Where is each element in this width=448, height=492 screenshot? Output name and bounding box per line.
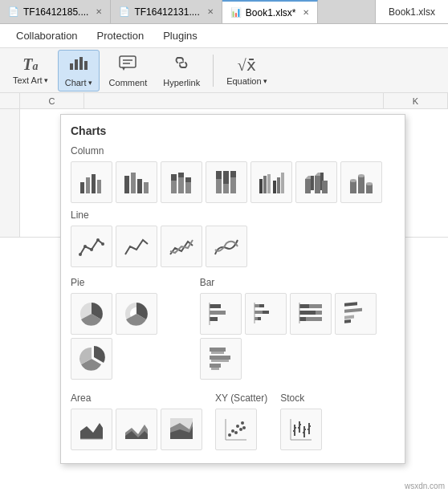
svg-rect-70 bbox=[299, 311, 316, 315]
svg-point-47 bbox=[366, 182, 373, 185]
chart-col6[interactable] bbox=[295, 161, 337, 203]
svg-rect-63 bbox=[255, 311, 263, 314]
chart-line4[interactable] bbox=[206, 226, 247, 267]
textart-button[interactable]: Ta Text Art ▾ bbox=[6, 52, 55, 88]
chart-area3[interactable] bbox=[161, 409, 202, 450]
chart-pie2[interactable] bbox=[116, 293, 157, 335]
equation-icon: √x̄ bbox=[238, 55, 256, 75]
tab-tf2-close[interactable]: ✕ bbox=[207, 7, 214, 16]
chart-pie3[interactable] bbox=[71, 338, 112, 380]
bar-section-label: Bar bbox=[200, 277, 395, 288]
svg-point-94 bbox=[231, 429, 234, 433]
svg-rect-42 bbox=[350, 181, 356, 193]
svg-rect-18 bbox=[171, 174, 177, 181]
chart-line3[interactable] bbox=[161, 226, 202, 267]
chart-line1[interactable] bbox=[71, 226, 112, 267]
chart-area2[interactable] bbox=[116, 409, 157, 450]
tab-book1-label: Book1.xlsx* bbox=[246, 7, 296, 18]
chart-xy1[interactable] bbox=[215, 409, 257, 450]
svg-rect-61 bbox=[255, 304, 259, 307]
ribbon-nav: Collaboration Protection Plugins bbox=[0, 24, 448, 48]
comment-button[interactable]: Comment bbox=[103, 51, 154, 91]
line-section-label: Line bbox=[71, 209, 395, 221]
pie-charts-row bbox=[71, 293, 187, 380]
textart-icon: Ta bbox=[22, 55, 38, 74]
tab-book1-close[interactable]: ✕ bbox=[303, 8, 309, 17]
svg-rect-10 bbox=[86, 177, 90, 193]
nav-protection[interactable]: Protection bbox=[88, 25, 154, 47]
nav-collaboration[interactable]: Collaboration bbox=[6, 25, 88, 47]
svg-rect-68 bbox=[299, 304, 309, 308]
svg-rect-2 bbox=[79, 57, 83, 70]
tab-book1[interactable]: 📊 Book1.xlsx* ✕ bbox=[222, 0, 319, 23]
doc-icon: 📄 bbox=[8, 6, 19, 17]
chart-bar1[interactable] bbox=[200, 293, 242, 335]
chart-line2[interactable] bbox=[116, 226, 157, 267]
chart-col3[interactable] bbox=[161, 161, 202, 203]
tab-tf2[interactable]: 📄 TF16412131.... ✕ bbox=[111, 0, 222, 23]
chart-icon bbox=[68, 54, 89, 76]
chart-stock1[interactable] bbox=[280, 409, 322, 450]
chart-dropdown: Charts Column bbox=[60, 114, 405, 464]
svg-rect-1 bbox=[75, 59, 78, 70]
window-title-area: Book1.xlsx bbox=[375, 0, 448, 23]
svg-rect-82 bbox=[210, 364, 221, 368]
tab-tf2-label: TF16412131.... bbox=[134, 6, 199, 18]
chart-arrow: ▾ bbox=[88, 79, 92, 87]
xy-charts-row bbox=[215, 409, 267, 450]
column-section-label: Column bbox=[71, 145, 395, 157]
svg-rect-34 bbox=[281, 173, 284, 193]
doc-icon-2: 📄 bbox=[119, 6, 130, 17]
hyperlink-button[interactable]: Hyperlink bbox=[157, 51, 206, 91]
svg-rect-17 bbox=[171, 181, 177, 193]
chart-label: Chart ▾ bbox=[65, 78, 92, 87]
pie-section-label: Pie bbox=[71, 277, 187, 288]
svg-rect-77 bbox=[344, 319, 351, 323]
svg-rect-12 bbox=[97, 180, 101, 193]
comment-icon bbox=[117, 54, 138, 76]
svg-point-50 bbox=[90, 248, 93, 251]
svg-rect-16 bbox=[144, 182, 149, 193]
chart-bar2[interactable] bbox=[245, 293, 287, 335]
svg-point-49 bbox=[83, 245, 87, 248]
chart-bar4[interactable] bbox=[335, 293, 377, 335]
svg-point-48 bbox=[79, 253, 82, 256]
excel-icon: 📊 bbox=[230, 7, 242, 18]
svg-rect-11 bbox=[92, 174, 96, 193]
svg-rect-21 bbox=[185, 182, 191, 193]
svg-rect-78 bbox=[210, 348, 226, 352]
chart-col2[interactable] bbox=[116, 161, 157, 203]
svg-point-96 bbox=[236, 425, 239, 428]
chart-col4[interactable] bbox=[206, 161, 247, 203]
chart-col7[interactable] bbox=[340, 161, 382, 203]
textart-arrow: ▾ bbox=[44, 76, 48, 84]
svg-rect-56 bbox=[210, 304, 221, 308]
svg-rect-58 bbox=[210, 317, 218, 321]
equation-label: Equation ▾ bbox=[226, 76, 267, 86]
chart-col1[interactable] bbox=[71, 161, 112, 203]
svg-point-51 bbox=[96, 238, 100, 242]
svg-rect-75 bbox=[344, 308, 362, 313]
svg-rect-3 bbox=[84, 61, 88, 70]
svg-rect-44 bbox=[358, 176, 365, 193]
svg-rect-20 bbox=[178, 173, 184, 177]
equation-button[interactable]: √x̄ Equation ▾ bbox=[220, 52, 273, 89]
chart-pie1[interactable] bbox=[71, 293, 112, 335]
svg-rect-41 bbox=[322, 181, 328, 193]
svg-point-43 bbox=[350, 179, 356, 182]
svg-rect-65 bbox=[255, 317, 258, 320]
chart-area1[interactable] bbox=[71, 409, 112, 450]
svg-line-8 bbox=[179, 62, 184, 63]
svg-rect-14 bbox=[131, 173, 136, 193]
svg-point-99 bbox=[242, 426, 246, 429]
chart-col5[interactable] bbox=[250, 161, 292, 203]
tab-tf1-close[interactable]: ✕ bbox=[96, 7, 102, 16]
svg-rect-33 bbox=[277, 177, 280, 193]
tab-tf1[interactable]: 📄 TF16412185.... ✕ bbox=[0, 0, 111, 23]
chart-bar5[interactable] bbox=[200, 338, 242, 380]
chart-bar3[interactable] bbox=[290, 293, 332, 335]
svg-rect-13 bbox=[124, 176, 129, 193]
chart-button[interactable]: Chart ▾ bbox=[58, 50, 100, 91]
nav-plugins[interactable]: Plugins bbox=[153, 25, 207, 47]
svg-rect-31 bbox=[267, 174, 271, 193]
